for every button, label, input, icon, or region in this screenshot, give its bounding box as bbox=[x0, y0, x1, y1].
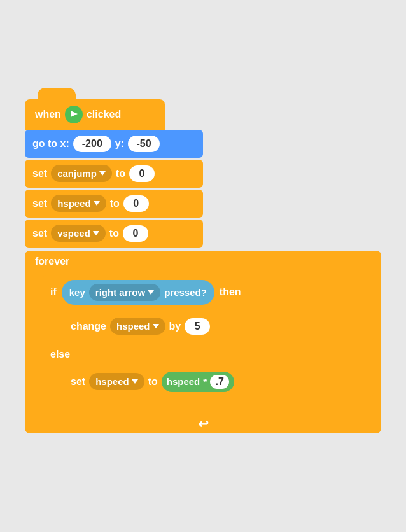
by-label: by bbox=[169, 321, 181, 332]
set-label-2: set bbox=[32, 198, 47, 209]
goto-y-input[interactable]: -50 bbox=[128, 136, 160, 152]
if-label: if bbox=[50, 286, 57, 298]
when-label: when bbox=[35, 109, 61, 120]
canjump-val-input[interactable]: 0 bbox=[129, 165, 155, 182]
to-label-2: to bbox=[110, 198, 120, 209]
op-var: hspeed bbox=[167, 376, 200, 387]
goto-y-label: y: bbox=[115, 138, 124, 150]
hspeed-operator-block: hspeed * .7 bbox=[162, 372, 234, 392]
goto-x-input[interactable]: -200 bbox=[73, 136, 111, 152]
hspeed-change-dropdown[interactable]: hspeed bbox=[110, 318, 165, 335]
key-val: right arrow bbox=[95, 287, 145, 298]
hspeed-dropdown-1[interactable]: hspeed bbox=[51, 195, 106, 212]
svg-marker-0 bbox=[71, 111, 78, 117]
scratch-workspace: when clicked go to x: -200 y: -50 set ca… bbox=[12, 87, 394, 446]
key-label: key bbox=[69, 287, 85, 298]
set-hspeed-block: set hspeed to 0 bbox=[25, 190, 203, 218]
canjump-dropdown-arrow bbox=[99, 171, 106, 176]
hspeed-dropdown-arrow-1 bbox=[94, 201, 100, 206]
else-body: set hspeed to hspeed * .7 bbox=[60, 364, 376, 402]
hspeed-dropdown-arrow-2 bbox=[132, 379, 138, 384]
vspeed-dropdown[interactable]: vspeed bbox=[51, 225, 106, 242]
change-label: change bbox=[71, 321, 106, 332]
set-hspeed2-block: set hspeed to hspeed * .7 bbox=[63, 367, 374, 397]
canjump-dropdown[interactable]: canjump bbox=[51, 165, 112, 182]
then-label: then bbox=[220, 286, 241, 298]
set-label-4: set bbox=[71, 376, 85, 388]
key-dropdown-arrow bbox=[148, 290, 154, 295]
op-symbol: * bbox=[203, 376, 207, 387]
if-body: change hspeed by 5 bbox=[60, 310, 376, 345]
pressed-label: pressed? bbox=[164, 287, 207, 298]
forever-label: forever bbox=[25, 251, 381, 272]
set-label-3: set bbox=[32, 228, 47, 239]
op-val-input[interactable]: .7 bbox=[210, 375, 229, 389]
clicked-label: clicked bbox=[87, 109, 121, 120]
block-stack: when clicked go to x: -200 y: -50 set ca… bbox=[25, 99, 381, 433]
when-flag-block: when clicked bbox=[25, 99, 165, 130]
if-block: if key right arrow pressed? then bbox=[43, 275, 376, 412]
vspeed-dropdown-arrow bbox=[93, 231, 99, 235]
change-val-input[interactable]: 5 bbox=[185, 318, 210, 335]
goto-label: go to x: bbox=[32, 138, 69, 150]
forever-footer: ↩ bbox=[25, 414, 381, 433]
else-label: else bbox=[43, 345, 376, 364]
hspeed-val-input[interactable]: 0 bbox=[123, 195, 149, 212]
change-hspeed-block: change hspeed by 5 bbox=[63, 312, 374, 340]
key-pressed-sensing: key right arrow pressed? bbox=[62, 280, 214, 305]
green-flag-icon bbox=[65, 106, 83, 123]
set-label-1: set bbox=[32, 168, 47, 179]
key-arrow-dropdown[interactable]: right arrow bbox=[89, 284, 160, 301]
if-header: if key right arrow pressed? then bbox=[43, 275, 376, 310]
to-label-4: to bbox=[148, 376, 158, 388]
goto-block: go to x: -200 y: -50 bbox=[25, 130, 203, 158]
if-bottom-spacer bbox=[43, 402, 376, 412]
hspeed-dropdown-2[interactable]: hspeed bbox=[89, 373, 144, 390]
to-label-3: to bbox=[109, 228, 119, 239]
forever-block: forever if key right arrow bbox=[25, 251, 381, 433]
to-label-1: to bbox=[116, 168, 125, 179]
hspeed-change-dropdown-arrow bbox=[153, 324, 159, 328]
forever-arrow-icon: ↩ bbox=[198, 416, 209, 431]
set-canjump-block: set canjump to 0 bbox=[25, 160, 203, 188]
set-vspeed-block: set vspeed to 0 bbox=[25, 220, 203, 248]
forever-inner: if key right arrow pressed? then bbox=[43, 272, 381, 414]
vspeed-val-input[interactable]: 0 bbox=[123, 225, 148, 242]
